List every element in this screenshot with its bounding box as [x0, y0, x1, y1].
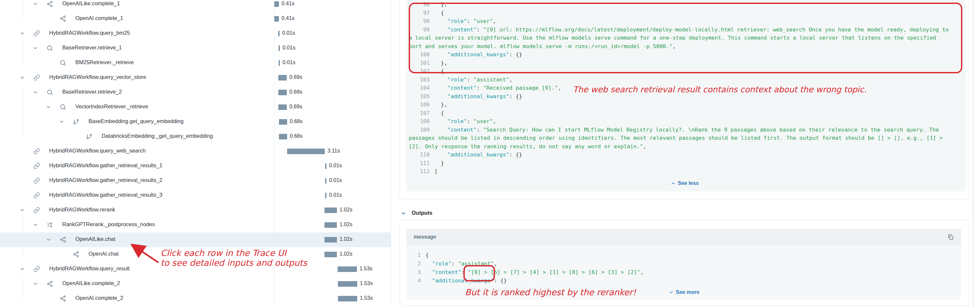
chevron-down-icon[interactable] — [20, 266, 25, 272]
tree-row-BaseEmbedding.get_query_embedding[interactable]: BaseEmbedding.get_query_embedding0.68s — [0, 114, 391, 129]
tree-row-VectorIndexRetriever._retrieve[interactable]: VectorIndexRetriever._retrieve0.69s — [0, 100, 391, 114]
code-text: { — [434, 67, 444, 76]
span-name: OpenAILike.chat — [75, 236, 115, 242]
search-icon — [46, 45, 53, 51]
code-text: "additional_kwargs": {} — [434, 92, 522, 101]
code-text: "role": "user", — [434, 117, 496, 126]
tree-row-OpenAI.complete_2[interactable]: OpenAI.complete_21.53s — [0, 291, 391, 306]
chevron-down-icon[interactable] — [33, 1, 38, 6]
chevron-down-icon — [669, 290, 674, 295]
right-scroll-track[interactable] — [973, 0, 974, 307]
chevron-down-icon[interactable] — [46, 104, 51, 110]
message-box-header: message — [406, 229, 961, 245]
tree-row-RankGPTRerank._postprocess_nodes[interactable]: RankGPTRerank._postprocess_nodes1.02s — [0, 218, 391, 233]
span-name: BaseEmbedding.get_query_embedding — [89, 118, 183, 124]
line-number: 96 — [409, 0, 430, 9]
duration-label: 1.02s — [340, 236, 352, 242]
line-number: 103 — [409, 76, 430, 84]
code-line: 2 "role": "assistant", — [406, 260, 961, 268]
span-name: OpenAILike.complete_2 — [62, 280, 120, 286]
link-icon — [33, 177, 40, 184]
tree-row-HybridRAGWorkflow.gather_retrieval_results_1[interactable]: HybridRAGWorkflow.gather_retrieval_resul… — [0, 159, 391, 174]
link-icon — [33, 266, 40, 272]
chevron-down-icon[interactable] — [20, 75, 25, 80]
chevron-down-icon[interactable] — [33, 46, 38, 51]
line-number: 110 — [409, 150, 430, 159]
annotation-wrong-topic: The web search retrieval result contains… — [573, 85, 867, 94]
chevron-down-icon[interactable] — [33, 90, 38, 95]
code-line: 100 "additional_kwargs": {} — [406, 51, 966, 59]
model-icon — [46, 1, 53, 7]
span-name: HybridRAGWorkflow.query_vector_store — [49, 74, 146, 80]
tree-row-HybridRAGWorkflow.gather_retrieval_results_2[interactable]: HybridRAGWorkflow.gather_retrieval_resul… — [0, 174, 391, 188]
span-name: HybridRAGWorkflow.query_bm25 — [49, 30, 130, 36]
line-number: 111 — [409, 159, 430, 168]
chevron-down-icon[interactable] — [46, 237, 51, 242]
link-icon — [33, 30, 40, 36]
tree-row-HybridRAGWorkflow.gather_retrieval_results_3[interactable]: HybridRAGWorkflow.gather_retrieval_resul… — [0, 188, 391, 203]
chevron-down-icon[interactable] — [59, 119, 64, 124]
code-line: 112] — [406, 167, 966, 176]
outputs-section-header[interactable]: Outputs — [412, 210, 432, 216]
tree-row-HybridRAGWorkflow.query_web_search[interactable]: HybridRAGWorkflow.query_web_search3.11s — [0, 144, 391, 159]
duration-bar — [325, 237, 337, 242]
embed-icon — [86, 133, 92, 140]
code-text: "content": "Search Query: How can I star… — [434, 126, 939, 134]
duration-bar — [279, 119, 287, 125]
code-line: 4 "additional_kwargs": {} — [406, 277, 961, 285]
chevron-down-icon[interactable] — [20, 31, 25, 36]
link-icon — [33, 148, 40, 155]
code-line: 102 { — [406, 67, 966, 76]
panel-divider[interactable] — [391, 0, 391, 307]
tree-row-OpenAILike.chat[interactable]: OpenAILike.chat1.02s — [0, 233, 391, 247]
code-text: "additional_kwargs": {} — [434, 150, 522, 159]
duration-bar — [337, 266, 357, 272]
duration-label: 0.68s — [290, 119, 302, 124]
tree-row-OpenAILike.complete_1[interactable]: OpenAILike.complete_10.41s — [0, 0, 391, 11]
duration-label: 1.53s — [360, 295, 373, 301]
chevron-down-icon[interactable] — [33, 222, 38, 228]
tree-row-HybridRAGWorkflow.query_vector_store[interactable]: HybridRAGWorkflow.query_vector_store0.69… — [0, 70, 391, 85]
line-number: 108 — [409, 117, 430, 126]
duration-label: 0.41s — [282, 1, 294, 6]
see-less-label: See less — [678, 180, 699, 186]
code-text: a local server is straightforward. Use t… — [409, 34, 936, 42]
tree-row-HybridRAGWorkflow.rerank[interactable]: HybridRAGWorkflow.rerank1.02s — [0, 203, 391, 218]
code-text: passages should be listed in descending … — [409, 134, 943, 142]
code-text: port and serves your model. mlflow model… — [409, 42, 676, 51]
inputs-code-block: 96 },97 {98 "role": "user",99 "content":… — [406, 0, 966, 191]
chevron-down-icon[interactable] — [20, 207, 25, 213]
tree-row-HybridRAGWorkflow.query_bm25[interactable]: HybridRAGWorkflow.query_bm250.01s — [0, 26, 391, 41]
chevron-down-icon[interactable] — [33, 281, 38, 286]
span-name: DatabricksEmbedding._get_query_embedding — [102, 133, 213, 139]
code-line: a local server is straightforward. Use t… — [406, 34, 966, 42]
span-name: BaseRetriever.retrieve_2 — [62, 89, 122, 95]
see-more-link[interactable]: See more — [669, 289, 700, 295]
line-number: 112 — [409, 167, 430, 176]
span-name: HybridRAGWorkflow.query_result — [49, 266, 129, 272]
duration-label: 0.69s — [290, 89, 302, 95]
copy-icon[interactable] — [947, 234, 954, 240]
code-line: 3 "content": "[9] > [5] > [7] > [4] > [1… — [406, 268, 961, 277]
tree-row-OpenAI.complete_1[interactable]: OpenAI.complete_10.41s — [0, 11, 391, 26]
code-line: 96 }, — [406, 0, 966, 9]
code-line: 109 "content": "Search Query: How can I … — [406, 126, 966, 134]
tree-row-DatabricksEmbedding._get_query_embedding[interactable]: DatabricksEmbedding._get_query_embedding… — [0, 129, 391, 144]
chevron-down-icon[interactable] — [401, 210, 406, 216]
model-icon — [60, 236, 66, 243]
code-text: { — [425, 251, 429, 260]
code-line: 111 } — [406, 159, 966, 168]
duration-bar — [278, 31, 280, 36]
duration-label: 1.53s — [360, 266, 372, 272]
code-text: "content": "[9] > [5] > [7] > [4] > [1] … — [425, 268, 644, 277]
code-line: 107 { — [406, 109, 966, 117]
tree-row-BM25Retriever._retrieve[interactable]: BM25Retriever._retrieve0.01s — [0, 55, 391, 70]
tree-row-BaseRetriever.retrieve_2[interactable]: BaseRetriever.retrieve_20.69s — [0, 85, 391, 100]
tree-row-BaseRetriever.retrieve_1[interactable]: BaseRetriever.retrieve_10.01s — [0, 41, 391, 55]
tree-row-OpenAILike.complete_2[interactable]: OpenAILike.complete_21.53s — [0, 277, 391, 291]
see-less-link[interactable]: See less — [671, 180, 699, 186]
line-number: 109 — [409, 126, 430, 134]
duration-label: 0.01s — [329, 192, 342, 198]
span-name: HybridRAGWorkflow.gather_retrieval_resul… — [49, 177, 162, 183]
span-name: BM25Retriever._retrieve — [75, 59, 134, 65]
